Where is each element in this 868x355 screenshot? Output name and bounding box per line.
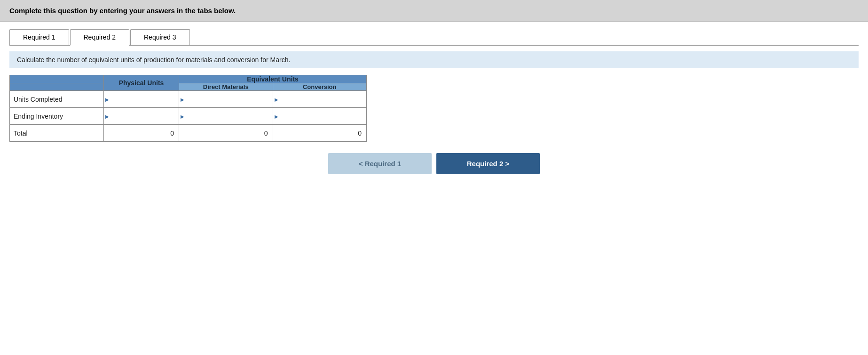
table-row: Units Completed xyxy=(10,91,367,108)
tab-required2[interactable]: Required 2 xyxy=(70,29,130,46)
units-completed-materials-input-cell[interactable] xyxy=(179,91,273,108)
header-bar: Complete this question by entering your … xyxy=(0,0,868,22)
ending-inventory-physical-input-cell[interactable] xyxy=(104,108,179,125)
ending-inventory-conversion-input[interactable] xyxy=(273,108,367,124)
table-row-total: Total 0 0 0 xyxy=(10,125,367,142)
header-instruction: Complete this question by entering your … xyxy=(9,7,236,15)
units-completed-conversion-input-cell[interactable] xyxy=(273,91,367,108)
equiv-units-table: Physical Units Equivalent Units Direct M… xyxy=(9,75,367,142)
units-completed-materials-input[interactable] xyxy=(179,91,273,107)
next-button[interactable]: Required 2 > xyxy=(436,153,540,174)
units-completed-physical-input-cell[interactable] xyxy=(104,91,179,108)
tab-required1[interactable]: Required 1 xyxy=(9,29,69,45)
row-label-total: Total xyxy=(10,125,104,142)
total-conversion-value: 0 xyxy=(273,125,367,142)
total-physical-value: 0 xyxy=(104,125,179,142)
equiv-units-header: Equivalent Units xyxy=(179,75,367,83)
ending-inventory-physical-input[interactable] xyxy=(104,108,179,124)
table-row: Ending Inventory xyxy=(10,108,367,125)
table-section: Physical Units Equivalent Units Direct M… xyxy=(9,75,859,142)
question-description: Calculate the number of equivalent units… xyxy=(9,51,859,68)
physical-units-header: Physical Units xyxy=(104,75,179,91)
direct-materials-header: Direct Materials xyxy=(179,83,273,91)
empty-sub-header xyxy=(10,83,104,91)
empty-header xyxy=(10,75,104,83)
units-completed-conversion-input[interactable] xyxy=(273,91,367,107)
total-materials-value: 0 xyxy=(179,125,273,142)
ending-inventory-conversion-input-cell[interactable] xyxy=(273,108,367,125)
row-label-units-completed: Units Completed xyxy=(10,91,104,108)
tab-required3[interactable]: Required 3 xyxy=(130,29,190,45)
bottom-navigation: < Required 1 Required 2 > xyxy=(9,153,859,174)
ending-inventory-materials-input-cell[interactable] xyxy=(179,108,273,125)
conversion-header: Conversion xyxy=(273,83,367,91)
units-completed-physical-input[interactable] xyxy=(104,91,179,107)
ending-inventory-materials-input[interactable] xyxy=(179,108,273,124)
prev-button[interactable]: < Required 1 xyxy=(328,153,432,174)
row-label-ending-inventory: Ending Inventory xyxy=(10,108,104,125)
tabs-container: Required 1 Required 2 Required 3 xyxy=(9,29,859,46)
